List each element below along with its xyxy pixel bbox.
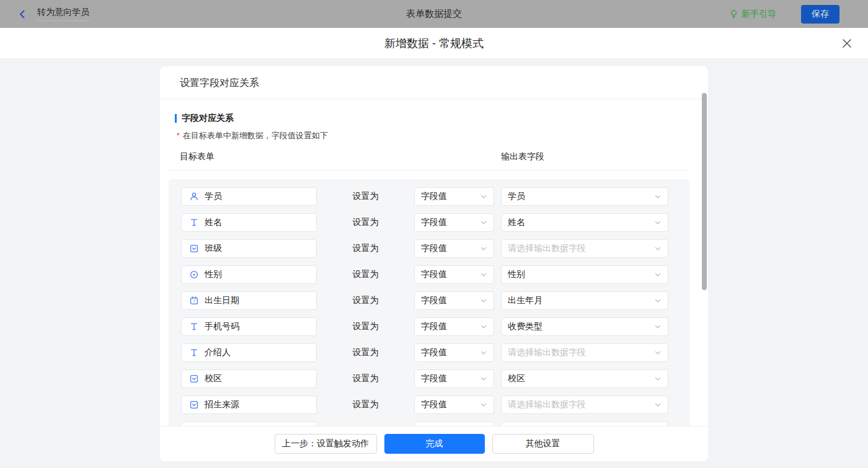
field-type-icon <box>189 348 199 358</box>
set-as-label: 设置为 <box>317 295 414 306</box>
output-field-select[interactable]: 性别 <box>501 265 668 284</box>
output-field-select-label: 请选择输出数据字段 <box>508 399 586 410</box>
column-header-output-fields: 输出表字段 <box>501 151 544 162</box>
output-field-select-label: 出生年月 <box>508 295 542 306</box>
value-type-select[interactable]: 字段值 <box>414 317 494 336</box>
set-as-label: 设置为 <box>317 191 414 202</box>
value-type-select[interactable] <box>414 422 494 426</box>
output-field-select[interactable]: 请选择输出数据字段 <box>501 343 668 362</box>
vertical-scrollbar-thumb[interactable] <box>702 93 707 290</box>
panel-title: 设置字段对应关系 <box>160 66 708 99</box>
target-field-label: 校区 <box>205 373 222 384</box>
topbar: 转为意向学员 表单数据提交 新手引导 保存 <box>0 0 868 28</box>
chevron-down-icon <box>654 193 662 200</box>
value-type-select[interactable]: 字段值 <box>414 239 494 258</box>
previous-step-button[interactable]: 上一步：设置触发动作 <box>275 434 377 454</box>
column-headers: 目标表单 输出表字段 <box>169 149 688 170</box>
chevron-down-icon <box>480 401 487 408</box>
output-field-select-label: 性别 <box>508 269 525 280</box>
chevron-down-icon <box>480 193 487 200</box>
output-field-select[interactable]: 出生年月 <box>501 291 668 310</box>
value-type-select-label: 字段值 <box>421 373 447 384</box>
field-mapping-row <box>181 422 690 426</box>
settings-panel: 设置字段对应关系 字段对应关系 *在目标表单中新增数据，字段值设置如下 目标表单… <box>160 66 708 461</box>
target-field-label: 学员 <box>205 191 222 202</box>
target-field-box <box>181 422 317 426</box>
guide-label: 新手引导 <box>742 9 776 20</box>
target-field-label: 性别 <box>205 269 222 280</box>
set-as-label: 设置为 <box>317 347 414 358</box>
save-button[interactable]: 保存 <box>801 5 839 24</box>
field-type-icon <box>189 192 199 201</box>
output-field-select[interactable]: 校区 <box>501 369 668 388</box>
output-field-select[interactable]: 收费类型 <box>501 317 668 336</box>
chevron-down-icon <box>654 219 662 226</box>
target-field-box: 班级 <box>181 239 317 258</box>
target-field-label: 姓名 <box>205 217 222 228</box>
target-field-box: 学员 <box>181 187 317 206</box>
done-button[interactable]: 完成 <box>384 434 485 454</box>
target-field-label: 介绍人 <box>205 347 231 358</box>
chevron-down-icon <box>480 219 487 226</box>
value-type-select-label: 字段值 <box>421 399 447 410</box>
section-title: 字段对应关系 <box>175 113 699 124</box>
output-field-select[interactable]: 学员 <box>501 187 668 206</box>
output-field-select[interactable]: 请选择输出数据字段 <box>501 239 668 258</box>
other-settings-button[interactable]: 其他设置 <box>492 434 594 454</box>
chevron-down-icon <box>480 375 487 382</box>
field-type-icon <box>189 322 199 332</box>
output-field-select[interactable] <box>501 422 668 426</box>
value-type-select-label: 字段值 <box>421 347 447 358</box>
target-field-box: 介绍人 <box>181 343 317 362</box>
field-rows: 学员 设置为 字段值 学员 姓名 设置为 字段值 姓名 <box>169 179 690 426</box>
value-type-select-label: 字段值 <box>421 269 447 280</box>
value-type-select-label: 字段值 <box>421 243 447 254</box>
output-field-select-label: 学员 <box>508 191 525 202</box>
chevron-down-icon <box>654 271 662 278</box>
value-type-select[interactable]: 字段值 <box>414 395 494 414</box>
chevron-down-icon <box>654 245 662 252</box>
field-type-icon <box>189 270 199 280</box>
modal-header: 新增数据 - 常规模式 <box>0 28 868 59</box>
field-mapping-row: 性别 设置为 字段值 性别 <box>181 265 690 284</box>
set-as-label: 设置为 <box>317 243 414 254</box>
output-field-select[interactable]: 姓名 <box>501 213 668 232</box>
guide-button[interactable]: 新手引导 <box>729 9 776 20</box>
modal-title: 新增数据 - 常规模式 <box>0 28 868 59</box>
panel-footer: 上一步：设置触发动作 完成 其他设置 <box>160 426 708 461</box>
target-field-box: 招生来源 <box>181 395 317 414</box>
value-type-select[interactable]: 字段值 <box>414 187 494 206</box>
set-as-label: 设置为 <box>317 373 414 384</box>
target-field-box: 性别 <box>181 265 317 284</box>
output-field-select-label: 收费类型 <box>508 321 542 332</box>
close-icon[interactable] <box>841 37 853 50</box>
svg-text:7: 7 <box>193 299 195 303</box>
value-type-select[interactable]: 字段值 <box>414 369 494 388</box>
column-header-target-form: 目标表单 <box>180 151 215 161</box>
chevron-down-icon <box>480 349 487 356</box>
output-field-select-label: 请选择输出数据字段 <box>508 243 586 254</box>
chevron-down-icon <box>480 271 487 278</box>
field-mapping-row: 7 出生日期 设置为 字段值 出生年月 <box>181 291 690 310</box>
field-mapping-row: 介绍人 设置为 字段值 请选择输出数据字段 <box>181 343 690 362</box>
output-field-select[interactable]: 请选择输出数据字段 <box>501 395 668 414</box>
field-type-icon <box>189 374 199 384</box>
panel-scroll-area: 字段对应关系 *在目标表单中新增数据，字段值设置如下 目标表单 输出表字段 学员… <box>160 99 708 426</box>
target-field-box: 7 出生日期 <box>181 291 317 310</box>
output-field-select-label: 姓名 <box>508 217 525 228</box>
field-mapping-row: 招生来源 设置为 字段值 请选择输出数据字段 <box>181 395 690 414</box>
required-asterisk: * <box>177 131 180 140</box>
value-type-select[interactable]: 字段值 <box>414 265 494 284</box>
chevron-down-icon <box>480 323 487 330</box>
value-type-select[interactable]: 字段值 <box>414 291 494 310</box>
target-field-box: 手机号码 <box>181 317 317 336</box>
target-field-label: 手机号码 <box>205 321 239 332</box>
value-type-select[interactable]: 字段值 <box>414 343 494 362</box>
field-mapping-row: 学员 设置为 字段值 学员 <box>181 187 690 206</box>
page-background: 设置字段对应关系 字段对应关系 *在目标表单中新增数据，字段值设置如下 目标表单… <box>0 59 868 468</box>
target-field-box: 姓名 <box>181 213 317 232</box>
value-type-select[interactable]: 字段值 <box>414 213 494 232</box>
target-field-label: 出生日期 <box>205 295 239 306</box>
chevron-down-icon <box>654 375 662 382</box>
value-type-select-label: 字段值 <box>421 217 447 228</box>
